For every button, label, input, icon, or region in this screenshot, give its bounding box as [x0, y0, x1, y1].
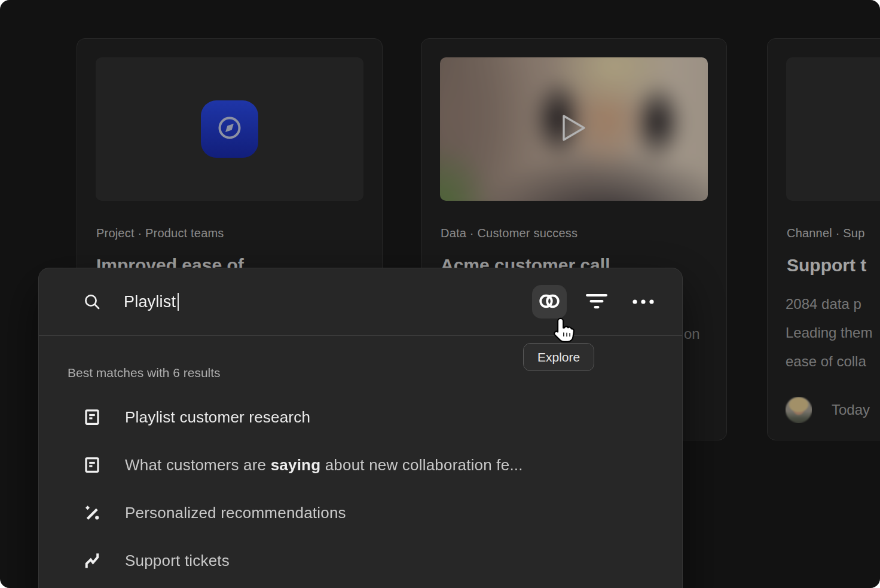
result-title: Personalized recommendations	[125, 504, 346, 522]
search-query-text: Playlist	[124, 293, 176, 311]
app-window: Project · Product teams Improved ease of…	[0, 0, 880, 588]
search-panel: Playlist	[38, 268, 683, 588]
sparkle-icon	[83, 504, 101, 522]
result-row[interactable]: Support tickets	[39, 537, 682, 584]
text-caret	[178, 293, 179, 311]
explore-button[interactable]	[532, 285, 567, 318]
trend-icon	[83, 552, 101, 569]
explore-circles-icon	[539, 292, 560, 312]
search-input[interactable]: Playlist	[124, 293, 532, 311]
result-row[interactable]: Personalized recommendations	[39, 489, 682, 537]
result-title: Support tickets	[125, 552, 230, 570]
search-icon	[83, 293, 101, 311]
highlighted-term: saying	[271, 456, 321, 474]
result-row[interactable]: What customers are saying about new coll…	[39, 441, 682, 489]
explore-tooltip: Explore	[523, 343, 594, 371]
ellipsis-icon	[632, 298, 655, 307]
document-icon	[83, 408, 101, 426]
filter-icon	[585, 293, 608, 311]
more-options-button[interactable]	[632, 298, 655, 307]
result-row[interactable]: Playlist customer research	[39, 393, 682, 441]
filter-button[interactable]	[585, 293, 608, 311]
result-title: Playlist customer research	[125, 408, 310, 427]
search-results: Best matches with 6 results Playlist cus…	[39, 336, 682, 584]
result-title: What customers are saying about new coll…	[125, 456, 523, 474]
document-icon	[83, 456, 101, 474]
search-bar: Playlist	[39, 268, 682, 335]
